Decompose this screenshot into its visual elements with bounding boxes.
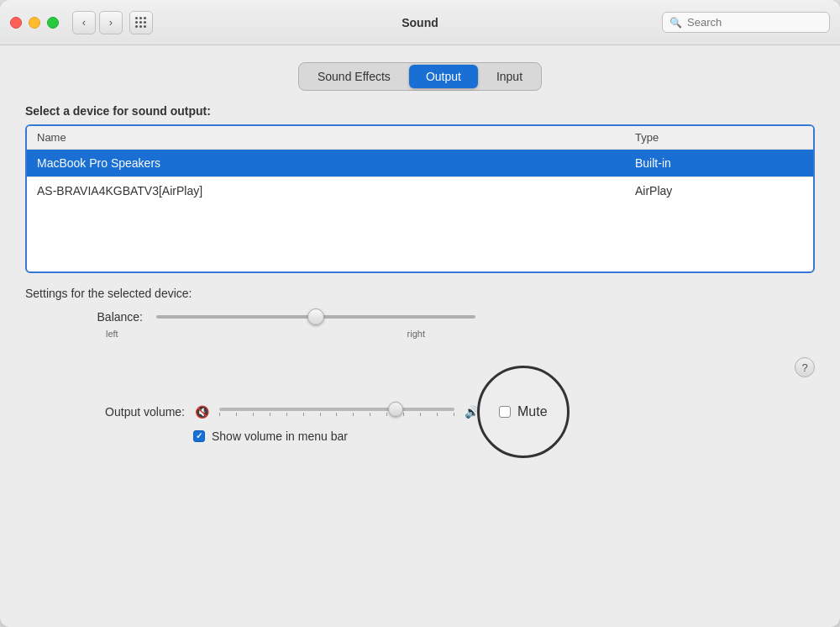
mute-checkbox[interactable] — [499, 406, 511, 418]
volume-ticks — [219, 413, 454, 416]
show-menu-bar-checkbox[interactable] — [193, 430, 205, 442]
forward-icon: › — [109, 16, 113, 29]
tab-output[interactable]: Output — [409, 65, 478, 88]
back-icon: ‹ — [82, 16, 86, 29]
balance-left-label: left — [106, 329, 118, 339]
balance-row: Balance: — [25, 310, 815, 324]
traffic-lights — [10, 17, 59, 29]
col-name-header: Name — [37, 131, 635, 144]
balance-track — [156, 315, 475, 319]
device-name: MacBook Pro Speakers — [37, 156, 635, 170]
mute-container: Mute — [499, 404, 548, 419]
settings-section: Settings for the selected device: Balanc… — [25, 287, 815, 340]
volume-section: Output volume: 🔇 🔊 — [25, 398, 815, 443]
volume-row: Output volume: 🔇 🔊 — [25, 404, 815, 419]
device-type: Built-in — [635, 156, 803, 170]
tab-input[interactable]: Input — [480, 65, 539, 88]
volume-label: Output volume: — [76, 405, 185, 419]
settings-heading: Settings for the selected device: — [25, 287, 815, 300]
search-icon: 🔍 — [669, 17, 682, 29]
table-header: Name Type — [27, 126, 813, 150]
search-box[interactable]: 🔍 — [662, 12, 830, 33]
table-row[interactable]: MacBook Pro Speakers Built-in — [27, 150, 813, 177]
section-heading: Select a device for sound output: — [25, 104, 815, 118]
table-row[interactable]: AS-BRAVIA4KGBATV3[AirPlay] AirPlay — [27, 177, 813, 204]
search-input[interactable] — [687, 16, 822, 29]
system-preferences-window: ‹ › Sound 🔍 Sound Effects O — [0, 0, 840, 627]
window-title: Sound — [402, 16, 438, 29]
tab-group: Sound Effects Output Input — [298, 62, 542, 91]
balance-labels: left right — [106, 327, 425, 340]
nav-buttons: ‹ › — [72, 11, 153, 34]
device-type: AirPlay — [635, 184, 803, 198]
grid-button[interactable] — [129, 11, 153, 34]
volume-thumb[interactable] — [388, 402, 403, 417]
content-area: Sound Effects Output Input Select a devi… — [0, 45, 840, 627]
tabs-container: Sound Effects Output Input — [25, 62, 815, 91]
balance-slider-wrapper — [156, 315, 475, 319]
maximize-button[interactable] — [47, 17, 59, 29]
volume-slider-wrapper — [219, 408, 454, 416]
volume-min-icon: 🔇 — [195, 405, 209, 419]
volume-track — [219, 408, 454, 411]
mute-label: Mute — [517, 404, 548, 419]
close-button[interactable] — [10, 17, 22, 29]
minimize-button[interactable] — [29, 17, 40, 29]
device-section: Select a device for sound output: Name T… — [25, 104, 815, 273]
back-button[interactable]: ‹ — [72, 11, 96, 34]
tab-sound-effects[interactable]: Sound Effects — [301, 65, 407, 88]
balance-right-label: right — [407, 329, 425, 339]
mute-inner: Mute — [499, 404, 548, 419]
grid-icon — [135, 17, 147, 29]
show-menu-bar-label: Show volume in menu bar — [212, 429, 348, 443]
help-area: ? — [25, 357, 815, 377]
balance-label: Balance: — [76, 310, 143, 324]
balance-thumb[interactable] — [307, 308, 324, 325]
table-spacer — [27, 204, 813, 271]
forward-button[interactable]: › — [99, 11, 123, 34]
titlebar: ‹ › Sound 🔍 — [0, 0, 840, 45]
device-name: AS-BRAVIA4KGBATV3[AirPlay] — [37, 184, 635, 198]
col-type-header: Type — [635, 131, 803, 144]
help-button[interactable]: ? — [795, 357, 815, 377]
menu-bar-row: Show volume in menu bar — [25, 429, 815, 443]
device-table: Name Type MacBook Pro Speakers Built-in … — [25, 124, 815, 273]
